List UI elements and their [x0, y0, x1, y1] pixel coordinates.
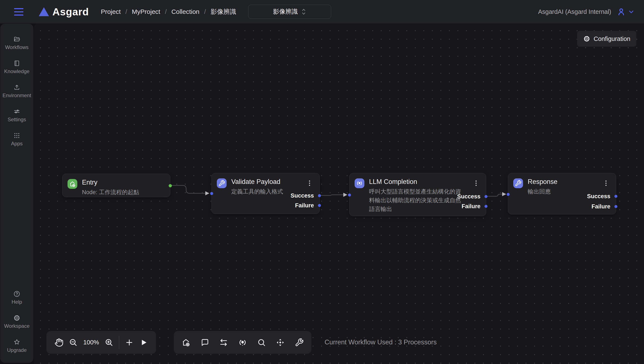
- output-port-success[interactable]: [318, 194, 321, 197]
- swap-arrows-icon[interactable]: [219, 338, 228, 347]
- account-label: AsgardAI (Asgard Internal): [538, 8, 611, 15]
- breadcrumb-myproject[interactable]: MyProject: [132, 8, 160, 15]
- node-subtitle: 呼叫大型語言模型並產生結構化的資料輸出以輔助流程的決策或生成自然語言輸出: [369, 187, 461, 214]
- node-title: Entry: [82, 179, 97, 186]
- output-port-success[interactable]: [614, 195, 618, 198]
- wrench-icon: [217, 178, 226, 188]
- home-plus-icon: [68, 179, 77, 189]
- sidebar-item-apps[interactable]: Apps: [1, 132, 33, 147]
- sidebar-label: Workflows: [5, 44, 28, 50]
- configuration-label: Configuration: [594, 35, 630, 43]
- sidebar: Workflows Knowledge Environment Settings: [0, 24, 33, 363]
- toolbar-divider: [119, 336, 119, 349]
- search-icon[interactable]: [257, 338, 266, 347]
- node-title: Response: [528, 178, 558, 186]
- logo-text: Asgard: [52, 6, 89, 18]
- gear-icon: [583, 35, 590, 43]
- node-menu-button[interactable]: [604, 180, 607, 187]
- output-port[interactable]: [169, 184, 172, 187]
- node-subtitle: 輸出回應: [528, 187, 551, 196]
- sidebar-item-upgrade[interactable]: Upgrade: [1, 338, 33, 353]
- sidebar-item-help[interactable]: Help: [1, 290, 33, 305]
- run-workflow-icon[interactable]: [139, 338, 148, 347]
- sidebar-item-settings[interactable]: Settings: [1, 108, 33, 123]
- llm-bulb-refresh-icon: [354, 178, 364, 188]
- breadcrumb-collection[interactable]: Collection: [172, 8, 200, 15]
- breadcrumb-current[interactable]: 影像辨識: [210, 8, 236, 16]
- grid-dots-icon: [13, 132, 20, 139]
- input-port[interactable]: [348, 194, 351, 196]
- sidebar-item-knowledge[interactable]: Knowledge: [1, 60, 33, 74]
- output-label-success: Success: [290, 192, 314, 199]
- upload-icon: [13, 84, 20, 91]
- zoom-out-icon[interactable]: [69, 338, 78, 347]
- configuration-button[interactable]: Configuration: [577, 31, 636, 47]
- sidebar-label: Environment: [2, 93, 31, 99]
- output-label-success: Success: [587, 193, 610, 200]
- sidebar-item-workspace[interactable]: Workspace: [1, 314, 33, 329]
- book-icon: [13, 60, 20, 67]
- sidebar-item-workflows[interactable]: Workflows: [1, 36, 33, 50]
- node-title: LLM Completion: [369, 178, 417, 186]
- help-circle-icon: [13, 290, 20, 297]
- logo-icon: [39, 7, 49, 16]
- comment-icon[interactable]: [200, 338, 209, 347]
- breadcrumb-separator: /: [126, 8, 127, 15]
- view-toolbar: 100%: [46, 331, 156, 354]
- node-subtitle: Node: 工作流程的起點: [82, 188, 139, 197]
- sidebar-item-environment[interactable]: Environment: [1, 84, 33, 99]
- output-port-success[interactable]: [484, 195, 488, 198]
- sidebar-label: Upgrade: [7, 347, 26, 353]
- sidebar-label: Help: [12, 299, 22, 305]
- output-label-success: Success: [457, 193, 480, 200]
- workflow-select[interactable]: 影像辨識: [248, 5, 331, 19]
- sidebar-label: Apps: [11, 141, 23, 147]
- menu-icon[interactable]: [14, 8, 24, 16]
- output-port-failure[interactable]: [614, 205, 618, 208]
- node-menu-button[interactable]: [475, 180, 478, 187]
- sidebar-label: Settings: [8, 117, 26, 123]
- output-label-failure: Failure: [462, 203, 480, 210]
- sliders-icon: [13, 108, 20, 115]
- select-updown-icon: [301, 8, 306, 16]
- move-tool-icon[interactable]: [276, 338, 285, 347]
- tools-wrench-icon[interactable]: [295, 338, 304, 347]
- input-port[interactable]: [507, 193, 510, 196]
- output-label-failure: Failure: [295, 202, 314, 209]
- node-validate-payload[interactable]: Validate Payload 定義工具的輸入格式 Success Failu…: [212, 173, 320, 214]
- node-subtitle: 定義工具的輸入格式: [231, 187, 283, 196]
- wrench-icon: [513, 178, 523, 188]
- workflow-status-text: Current Workflow Used : 3 Processors: [324, 338, 437, 346]
- app-header: Asgard Project / MyProject / Collection …: [0, 0, 644, 24]
- node-title: Validate Payload: [231, 178, 280, 186]
- add-node-icon[interactable]: [125, 338, 134, 347]
- node-entry[interactable]: Entry Node: 工作流程的起點: [62, 174, 170, 197]
- breadcrumb-project[interactable]: Project: [101, 8, 120, 15]
- zoom-level: 100%: [83, 339, 99, 346]
- breadcrumb-separator: /: [165, 8, 166, 15]
- zoom-in-icon[interactable]: [104, 338, 114, 347]
- breadcrumb-separator: /: [204, 8, 206, 15]
- account-menu: AsgardAI (Asgard Internal): [538, 7, 635, 16]
- input-port[interactable]: [210, 192, 213, 195]
- star-icon: [13, 338, 20, 346]
- pan-hand-icon[interactable]: [54, 338, 64, 347]
- node-menu-button[interactable]: [308, 180, 311, 187]
- breadcrumb: Project / MyProject / Collection / 影像辨識: [101, 8, 236, 16]
- output-port-failure[interactable]: [318, 204, 321, 207]
- workflow-select-value: 影像辨識: [273, 8, 298, 16]
- sidebar-label: Knowledge: [4, 68, 30, 74]
- node-palette-toolbar: [174, 331, 311, 354]
- node-llm-completion[interactable]: LLM Completion 呼叫大型語言模型並產生結構化的資料輸出以輔助流程的…: [349, 173, 486, 216]
- entry-node-icon[interactable]: [182, 338, 190, 347]
- output-port-failure[interactable]: [484, 205, 488, 208]
- user-icon[interactable]: [617, 7, 626, 16]
- gear-icon: [13, 314, 20, 321]
- output-label-failure: Failure: [592, 203, 610, 210]
- node-response[interactable]: Response 輸出回應 Success Failure: [508, 173, 616, 214]
- sidebar-label: Workspace: [4, 323, 30, 329]
- chevron-down-icon[interactable]: [628, 8, 635, 15]
- folder-open-icon: [13, 36, 20, 43]
- llm-node-icon[interactable]: [238, 338, 247, 347]
